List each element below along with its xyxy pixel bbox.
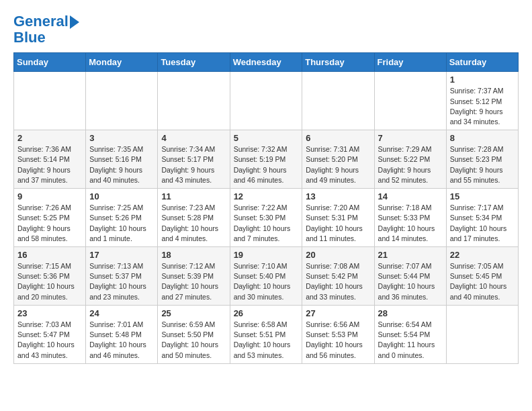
calendar-cell: 26Sunrise: 6:58 AM Sunset: 5:51 PM Dayli… <box>230 305 302 363</box>
calendar-cell <box>14 72 86 130</box>
calendar-cell <box>446 305 518 363</box>
calendar-cell: 3Sunrise: 7:35 AM Sunset: 5:16 PM Daylig… <box>86 130 158 189</box>
logo-arrow-icon <box>70 15 79 29</box>
day-number: 20 <box>306 250 370 260</box>
day-number: 10 <box>89 191 154 201</box>
day-info: Sunrise: 7:03 AM Sunset: 5:47 PM Dayligh… <box>17 320 82 361</box>
calendar-cell: 19Sunrise: 7:10 AM Sunset: 5:40 PM Dayli… <box>230 247 302 306</box>
calendar-cell: 17Sunrise: 7:13 AM Sunset: 5:37 PM Dayli… <box>86 247 158 306</box>
day-number: 19 <box>234 250 299 260</box>
day-info: Sunrise: 7:31 AM Sunset: 5:20 PM Dayligh… <box>306 144 370 185</box>
calendar-cell: 27Sunrise: 6:56 AM Sunset: 5:53 PM Dayli… <box>302 305 374 363</box>
day-number: 12 <box>234 191 299 201</box>
day-number: 28 <box>378 308 443 318</box>
calendar-cell: 25Sunrise: 6:59 AM Sunset: 5:50 PM Dayli… <box>158 305 230 363</box>
day-info: Sunrise: 7:05 AM Sunset: 5:45 PM Dayligh… <box>450 261 515 302</box>
day-number: 27 <box>306 308 370 318</box>
day-number: 5 <box>234 133 299 143</box>
day-info: Sunrise: 7:12 AM Sunset: 5:39 PM Dayligh… <box>161 261 226 302</box>
calendar-cell: 11Sunrise: 7:23 AM Sunset: 5:28 PM Dayli… <box>158 189 230 247</box>
day-info: Sunrise: 6:58 AM Sunset: 5:51 PM Dayligh… <box>234 320 299 361</box>
calendar-cell: 12Sunrise: 7:22 AM Sunset: 5:30 PM Dayli… <box>230 189 302 247</box>
logo-text: General <box>13 13 69 30</box>
day-number: 25 <box>161 308 226 318</box>
day-number: 23 <box>17 308 82 318</box>
day-number: 17 <box>89 250 154 260</box>
calendar-cell <box>302 72 374 130</box>
page-header: General Blue <box>13 13 519 46</box>
calendar-header-row: SundayMondayTuesdayWednesdayThursdayFrid… <box>14 53 519 72</box>
day-info: Sunrise: 7:15 AM Sunset: 5:36 PM Dayligh… <box>17 261 82 302</box>
day-info: Sunrise: 7:07 AM Sunset: 5:44 PM Dayligh… <box>378 261 443 302</box>
calendar-week-row: 16Sunrise: 7:15 AM Sunset: 5:36 PM Dayli… <box>14 247 519 306</box>
logo-blue-text: Blue <box>13 30 79 46</box>
day-info: Sunrise: 7:13 AM Sunset: 5:37 PM Dayligh… <box>89 261 154 302</box>
calendar-cell: 14Sunrise: 7:18 AM Sunset: 5:33 PM Dayli… <box>374 189 446 247</box>
calendar-cell: 28Sunrise: 6:54 AM Sunset: 5:54 PM Dayli… <box>374 305 446 363</box>
day-number: 14 <box>378 191 443 201</box>
calendar-cell: 9Sunrise: 7:26 AM Sunset: 5:25 PM Daylig… <box>14 189 86 247</box>
calendar-week-row: 9Sunrise: 7:26 AM Sunset: 5:25 PM Daylig… <box>14 189 519 247</box>
day-info: Sunrise: 6:54 AM Sunset: 5:54 PM Dayligh… <box>378 320 443 361</box>
calendar-cell: 24Sunrise: 7:01 AM Sunset: 5:48 PM Dayli… <box>86 305 158 363</box>
day-number: 4 <box>161 133 226 143</box>
calendar-cell: 13Sunrise: 7:20 AM Sunset: 5:31 PM Dayli… <box>302 189 374 247</box>
calendar-cell <box>158 72 230 130</box>
day-info: Sunrise: 7:25 AM Sunset: 5:26 PM Dayligh… <box>89 203 154 244</box>
day-info: Sunrise: 7:35 AM Sunset: 5:16 PM Dayligh… <box>89 144 154 185</box>
calendar-cell: 8Sunrise: 7:28 AM Sunset: 5:23 PM Daylig… <box>446 130 518 189</box>
calendar-cell: 23Sunrise: 7:03 AM Sunset: 5:47 PM Dayli… <box>14 305 86 363</box>
calendar-cell: 2Sunrise: 7:36 AM Sunset: 5:14 PM Daylig… <box>14 130 86 189</box>
day-info: Sunrise: 7:37 AM Sunset: 5:12 PM Dayligh… <box>450 86 515 127</box>
day-number: 22 <box>450 250 515 260</box>
day-number: 6 <box>306 133 370 143</box>
day-info: Sunrise: 7:20 AM Sunset: 5:31 PM Dayligh… <box>306 203 370 244</box>
day-info: Sunrise: 7:22 AM Sunset: 5:30 PM Dayligh… <box>234 203 299 244</box>
calendar-week-row: 1Sunrise: 7:37 AM Sunset: 5:12 PM Daylig… <box>14 72 519 130</box>
calendar-cell: 15Sunrise: 7:17 AM Sunset: 5:34 PM Dayli… <box>446 189 518 247</box>
day-number: 15 <box>450 191 515 201</box>
logo: General Blue <box>13 13 79 46</box>
day-info: Sunrise: 7:10 AM Sunset: 5:40 PM Dayligh… <box>234 261 299 302</box>
day-number: 11 <box>161 191 226 201</box>
day-info: Sunrise: 7:01 AM Sunset: 5:48 PM Dayligh… <box>89 320 154 361</box>
weekday-header-tuesday: Tuesday <box>158 53 230 72</box>
calendar-body: 1Sunrise: 7:37 AM Sunset: 5:12 PM Daylig… <box>14 72 519 363</box>
calendar-cell: 4Sunrise: 7:34 AM Sunset: 5:17 PM Daylig… <box>158 130 230 189</box>
weekday-header-thursday: Thursday <box>302 53 374 72</box>
day-number: 24 <box>89 308 154 318</box>
day-number: 7 <box>378 133 443 143</box>
day-number: 9 <box>17 191 82 201</box>
day-number: 2 <box>17 133 82 143</box>
weekday-header-monday: Monday <box>86 53 158 72</box>
day-info: Sunrise: 7:36 AM Sunset: 5:14 PM Dayligh… <box>17 144 82 185</box>
calendar-cell: 5Sunrise: 7:32 AM Sunset: 5:19 PM Daylig… <box>230 130 302 189</box>
day-info: Sunrise: 7:29 AM Sunset: 5:22 PM Dayligh… <box>378 144 443 185</box>
day-number: 8 <box>450 133 515 143</box>
calendar-cell: 18Sunrise: 7:12 AM Sunset: 5:39 PM Dayli… <box>158 247 230 306</box>
calendar-week-row: 2Sunrise: 7:36 AM Sunset: 5:14 PM Daylig… <box>14 130 519 189</box>
calendar-cell: 10Sunrise: 7:25 AM Sunset: 5:26 PM Dayli… <box>86 189 158 247</box>
day-number: 16 <box>17 250 82 260</box>
day-number: 18 <box>161 250 226 260</box>
day-number: 26 <box>234 308 299 318</box>
day-info: Sunrise: 7:23 AM Sunset: 5:28 PM Dayligh… <box>161 203 226 244</box>
day-info: Sunrise: 7:32 AM Sunset: 5:19 PM Dayligh… <box>234 144 299 185</box>
day-info: Sunrise: 6:59 AM Sunset: 5:50 PM Dayligh… <box>161 320 226 361</box>
day-info: Sunrise: 7:17 AM Sunset: 5:34 PM Dayligh… <box>450 203 515 244</box>
day-number: 13 <box>306 191 370 201</box>
day-number: 1 <box>450 75 515 85</box>
calendar-cell <box>230 72 302 130</box>
day-info: Sunrise: 7:18 AM Sunset: 5:33 PM Dayligh… <box>378 203 443 244</box>
calendar-cell: 21Sunrise: 7:07 AM Sunset: 5:44 PM Dayli… <box>374 247 446 306</box>
calendar-table: SundayMondayTuesdayWednesdayThursdayFrid… <box>13 52 519 363</box>
calendar-cell: 6Sunrise: 7:31 AM Sunset: 5:20 PM Daylig… <box>302 130 374 189</box>
day-info: Sunrise: 6:56 AM Sunset: 5:53 PM Dayligh… <box>306 320 370 361</box>
day-info: Sunrise: 7:26 AM Sunset: 5:25 PM Dayligh… <box>17 203 82 244</box>
weekday-header-sunday: Sunday <box>14 53 86 72</box>
day-info: Sunrise: 7:28 AM Sunset: 5:23 PM Dayligh… <box>450 144 515 185</box>
calendar-week-row: 23Sunrise: 7:03 AM Sunset: 5:47 PM Dayli… <box>14 305 519 363</box>
weekday-header-wednesday: Wednesday <box>230 53 302 72</box>
day-info: Sunrise: 7:08 AM Sunset: 5:42 PM Dayligh… <box>306 261 370 302</box>
day-info: Sunrise: 7:34 AM Sunset: 5:17 PM Dayligh… <box>161 144 226 185</box>
